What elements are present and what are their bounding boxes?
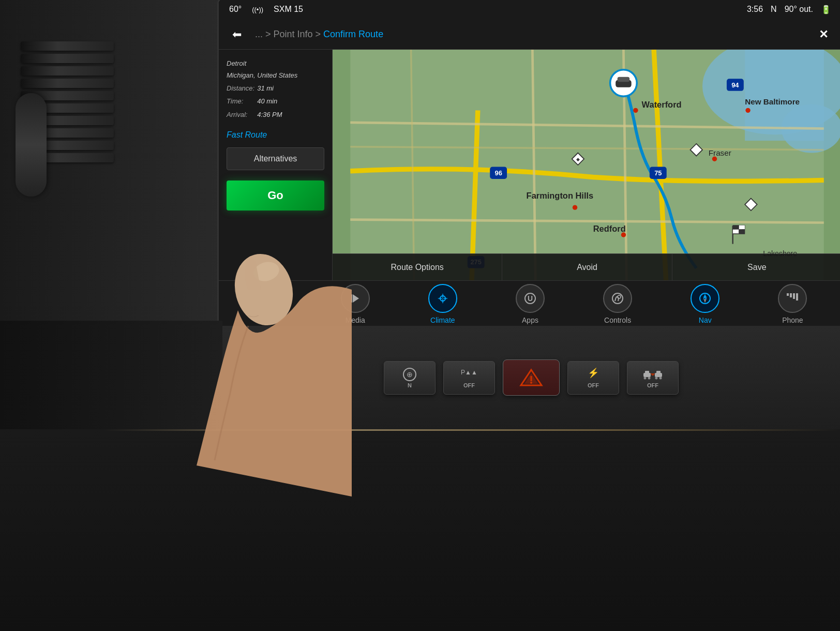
nav-btn-controls[interactable]: Controls (597, 284, 638, 324)
status-bar-left: 60° ((•)) SXM 15 (229, 5, 303, 14)
nav-btn-phone[interactable]: Phone (772, 284, 813, 324)
svg-point-43 (612, 293, 623, 304)
svg-text:Redford: Redford (593, 224, 626, 233)
svg-text:◆: ◆ (576, 157, 580, 162)
climate-icon (436, 292, 449, 305)
svg-rect-50 (790, 293, 792, 297)
temperature-display: 60° (229, 5, 242, 14)
media-icon (349, 292, 362, 305)
distance-label: Distance: (227, 82, 257, 95)
svg-rect-21 (733, 229, 739, 233)
status-bar: 60° ((•)) SXM 15 3:56 N 90° out. 🔋 (219, 0, 840, 20)
svg-rect-25 (618, 77, 629, 82)
svg-rect-51 (793, 293, 795, 299)
destination-state: Michigan, United States (227, 69, 324, 81)
arrival-value: 4:36 PM (257, 108, 284, 121)
nav-compass-icon: N (698, 292, 712, 305)
nav-buttons-bar: Radio Media (219, 280, 840, 327)
dashboard-trim (103, 429, 840, 431)
avoid-button[interactable]: Avoid (502, 254, 672, 280)
radio-icon (261, 292, 275, 305)
svg-point-63 (644, 377, 647, 380)
vent-slat (21, 66, 114, 76)
go-button[interactable]: Go (227, 181, 324, 211)
collision-btn-body: OFF (627, 361, 679, 395)
park-assist-button[interactable]: P▲▲ OFF (443, 361, 495, 395)
vent-knob (16, 93, 47, 197)
outside-temp-display: 90° out. (785, 5, 813, 14)
svg-point-34 (712, 157, 717, 161)
main-content: Detroit Michigan, United States Distance… (219, 50, 840, 280)
hazard-btn-body (503, 359, 560, 396)
fast-route-label[interactable]: Fast Route (227, 130, 324, 140)
svg-rect-22 (739, 229, 745, 233)
traction-icon: ⊕ (399, 367, 420, 382)
infotainment-screen: 60° ((•)) SXM 15 3:56 N 90° out. 🔋 ⬅ ...… (219, 0, 840, 327)
close-icon: ✕ (819, 28, 828, 41)
back-button[interactable]: ⬅ (227, 24, 247, 45)
time-value: 40 min (257, 95, 284, 108)
svg-rect-52 (796, 293, 798, 301)
controls-icon (611, 292, 624, 305)
svg-rect-19 (733, 225, 739, 229)
breadcrumb: ... > Point Info > Confirm Route (255, 29, 805, 40)
route-info: Detroit Michigan, United States Distance… (227, 57, 324, 121)
map-area[interactable]: 94 96 75 275 ◆ (333, 50, 840, 280)
breadcrumb-path: ... > Point Info > (255, 29, 323, 39)
svg-rect-39 (351, 294, 352, 303)
arrival-label: Arrival: (227, 108, 257, 121)
hazard-button[interactable] (503, 359, 560, 396)
traction-btn-body: ⊕ N (384, 361, 436, 395)
screen-bezel: 60° ((•)) SXM 15 3:56 N 90° out. 🔋 ⬅ ...… (217, 0, 840, 328)
svg-text:U: U (528, 294, 533, 303)
map-action-bar: Route Options Avoid Save (333, 253, 840, 280)
alternatives-button[interactable]: Alternatives (227, 147, 324, 170)
arrival-row: Arrival: 4:36 PM (227, 108, 285, 121)
nav-label: Nav (699, 316, 712, 324)
phone-label: Phone (782, 316, 803, 324)
nav-btn-nav[interactable]: N Nav (684, 284, 726, 324)
phone-icon-circle (778, 284, 807, 313)
signal-icon: ((•)) (252, 6, 263, 13)
radio-display: SXM 15 (274, 5, 303, 14)
physical-controls-area: ⊕ N P▲▲ OFF ⚡ OFF (222, 326, 840, 429)
svg-point-59 (530, 382, 532, 384)
collision-warning-button[interactable]: OFF (627, 361, 679, 395)
svg-point-32 (633, 108, 638, 113)
radio-icon-circle (253, 284, 282, 313)
controls-label: Controls (604, 316, 631, 324)
stability-btn-body: ⚡ OFF (567, 361, 619, 395)
distance-row: Distance: 31 mi (227, 82, 285, 95)
route-details-table: Distance: 31 mi Time: 40 min Arrival: 4:… (227, 82, 285, 121)
svg-text:Farmington Hills: Farmington Hills (527, 191, 594, 200)
map-svg: 94 96 75 275 ◆ (333, 50, 840, 280)
svg-text:N: N (703, 295, 707, 301)
traction-label: N (408, 382, 412, 388)
svg-point-35 (573, 205, 577, 209)
nav-btn-radio[interactable]: Radio (247, 284, 289, 324)
traction-control-button[interactable]: ⊕ N (384, 361, 436, 395)
stability-control-button[interactable]: ⚡ OFF (567, 361, 619, 395)
nav-btn-climate[interactable]: Climate (422, 284, 463, 324)
nav-btn-apps[interactable]: U Apps (509, 284, 551, 324)
media-label: Media (346, 316, 365, 324)
close-button[interactable]: ✕ (813, 24, 834, 45)
park-assist-icon: P▲▲ (459, 367, 479, 382)
stability-icon: ⚡ (583, 367, 604, 382)
nav-btn-media[interactable]: Media (335, 284, 376, 324)
route-options-button[interactable]: Route Options (333, 254, 502, 280)
svg-text:Waterford: Waterford (642, 100, 682, 109)
back-arrow-icon: ⬅ (232, 28, 242, 41)
stability-label: OFF (588, 382, 599, 388)
park-assist-btn-body: P▲▲ OFF (443, 361, 495, 395)
save-button[interactable]: Save (672, 254, 840, 280)
breadcrumb-current: Confirm Route (323, 29, 383, 39)
time-label: Time: (227, 95, 257, 108)
vent-slat (21, 41, 114, 51)
apps-icon-circle: U (516, 284, 545, 313)
nav-header: ⬅ ... > Point Info > Confirm Route ✕ (219, 20, 840, 50)
climate-icon-circle (428, 284, 457, 313)
distance-value: 31 mi (257, 82, 284, 95)
nav-icon-circle: N (691, 284, 719, 313)
svg-text:⊕: ⊕ (407, 370, 413, 379)
